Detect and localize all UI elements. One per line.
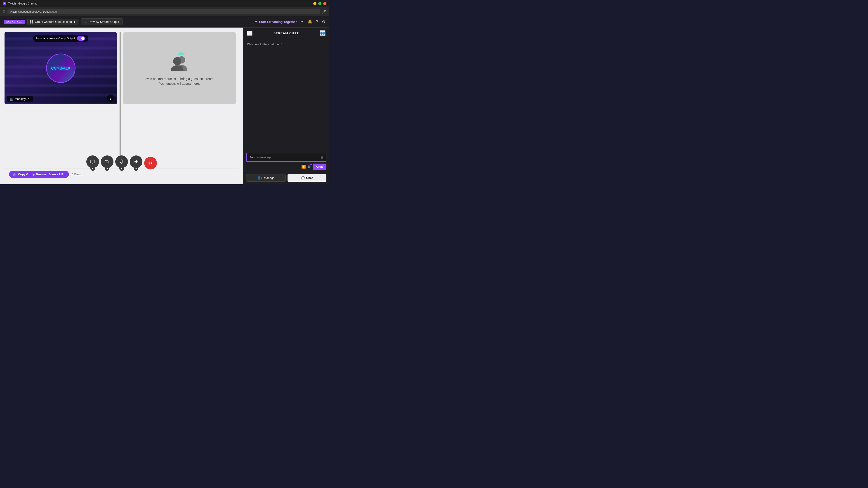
preview-icon: ⊙ — [85, 20, 88, 24]
collapse-chat-button[interactable]: |→ — [247, 31, 252, 36]
svg-marker-10 — [134, 160, 137, 163]
title-bar: T Twitch - Google Chrome — [0, 0, 329, 7]
help-button[interactable]: ? — [316, 20, 318, 24]
include-camera-bar: Include camera in Group Output — [33, 35, 88, 42]
camera-off-icon — [105, 159, 110, 164]
host-video-card: Include camera in Group Output CITYWALK … — [4, 32, 117, 104]
chevron-down-icon: ▼ — [73, 20, 76, 24]
chat-filter-icon[interactable]: 🔽 — [301, 164, 306, 169]
chat-panel: |→ STREAM CHAT 👥 Welcome to the chat roo… — [243, 28, 329, 184]
manage-button[interactable]: 👤+ Manage — [246, 174, 286, 182]
guest-placeholder-icon — [166, 51, 193, 73]
emoji-picker-button[interactable]: ☺ — [320, 155, 324, 160]
settings-button[interactable]: ⚙ — [322, 20, 326, 24]
close-button[interactable] — [323, 2, 327, 5]
twitch-favicon: T — [3, 2, 6, 5]
camera-dropdown[interactable]: ▼ — [105, 166, 110, 171]
svg-rect-9 — [121, 160, 122, 162]
layout-icon — [30, 20, 33, 24]
address-bar: ☰ 🎤 — [0, 7, 329, 16]
host-avatar: CITYWALK — [46, 54, 75, 83]
content-area: Include camera in Group Output CITYWALK … — [0, 28, 329, 184]
preview-label: Preview Stream Output — [89, 20, 119, 24]
include-camera-label: Include camera in Group Output — [36, 37, 75, 40]
manage-users-button[interactable]: 👥 — [320, 30, 326, 36]
welcome-message: Welcome to the chat room! — [247, 42, 326, 46]
svg-rect-3 — [32, 22, 33, 24]
manage-icon: 👤+ — [257, 176, 263, 180]
chat-bottom-buttons: 👤+ Manage 💬 Chat — [243, 172, 329, 184]
include-camera-toggle[interactable] — [77, 36, 85, 41]
twitch-icon: 📺 — [9, 97, 13, 101]
svg-point-6 — [173, 57, 181, 65]
streamer-name: moodjoy071 — [15, 97, 31, 101]
main-panel: Include camera in Group Output CITYWALK … — [0, 28, 243, 184]
volume-dropdown[interactable]: ▼ — [134, 166, 138, 171]
minimize-button[interactable] — [313, 2, 316, 5]
manage-label: Manage — [264, 176, 275, 180]
phone-end-icon — [148, 161, 153, 166]
start-streaming-label: Start Streaming Together — [259, 20, 297, 24]
app-container: BACKSTAGE Group Capture Output: Tiled ▼ … — [0, 16, 329, 184]
start-streaming-button[interactable]: ✦ Start Streaming Together — [254, 20, 297, 24]
chat-settings-icon[interactable]: ⚙ — [308, 164, 311, 169]
stream-chat-title: STREAM CHAT — [255, 31, 317, 35]
end-call-button[interactable] — [144, 157, 157, 169]
end-call-control — [144, 157, 157, 169]
preview-stream-button[interactable]: ⊙ Preview Stream Output — [81, 18, 123, 25]
guest-placeholder-text: Invite or start requests to bring a gues… — [143, 76, 216, 86]
window-title: Twitch - Google Chrome — [8, 2, 37, 5]
screen-icon — [90, 159, 95, 164]
chat-tab-button[interactable]: 💬 Chat — [287, 174, 327, 182]
chat-tab-label: Chat — [306, 176, 313, 180]
bottom-controls: ▼ ▼ — [86, 156, 157, 171]
panel-divider[interactable] — [120, 32, 121, 168]
nav-right: ✦ Start Streaming Together ✦ 🔔 ? ⚙ — [254, 20, 326, 24]
group-capture-label: Group Capture Output: Tiled — [35, 20, 72, 24]
copy-source-label: Copy Group Browser Source URL — [18, 173, 65, 176]
chat-action-bar: 🔽 ⚙ Chat — [246, 164, 327, 170]
copy-source-button[interactable]: 🔗 Copy Group Browser Source URL — [9, 171, 69, 178]
top-nav: BACKSTAGE Group Capture Output: Tiled ▼ … — [0, 16, 329, 28]
notifications-button[interactable]: 🔔 — [307, 20, 312, 24]
svg-rect-7 — [91, 160, 95, 163]
volume-icon — [133, 159, 138, 164]
volume-control: ▼ — [130, 156, 143, 171]
svg-rect-1 — [32, 20, 33, 22]
chat-input-area: ☺ 🔽 ⚙ Chat — [243, 150, 329, 172]
chat-send-button[interactable]: Chat — [313, 164, 327, 170]
settings-notification-badge — [310, 164, 312, 165]
streamer-label: 📺 moodjoy071 — [7, 96, 33, 102]
video-grid: Include camera in Group Output CITYWALK … — [4, 32, 239, 168]
title-bar-left: T Twitch - Google Chrome — [3, 2, 37, 5]
link-icon: 🔗 — [13, 173, 16, 176]
chat-bubble-icon: 💬 — [301, 176, 305, 180]
address-input[interactable] — [7, 9, 320, 14]
screen-share-dropdown[interactable]: ▼ — [90, 166, 95, 171]
mic-icon[interactable]: 🎤 — [322, 9, 327, 14]
mic-icon — [119, 159, 124, 164]
sparkle-icon-button[interactable]: ✦ — [301, 20, 304, 24]
mic-dropdown[interactable]: ▼ — [119, 166, 124, 171]
backstage-badge: BACKSTAGE — [4, 20, 25, 24]
group-capture-button[interactable]: Group Capture Output: Tiled ▼ — [27, 19, 78, 25]
avatar-text: CITYWALK — [51, 66, 70, 71]
maximize-button[interactable] — [318, 2, 321, 5]
chat-message-input[interactable] — [247, 153, 326, 161]
svg-rect-0 — [30, 20, 31, 22]
chat-messages-area: Welcome to the chat room! — [243, 39, 329, 150]
star-icon: ✦ — [254, 20, 258, 24]
group-counter: 0 Group — [72, 173, 82, 176]
screen-share-control: ▼ — [86, 156, 99, 171]
mic-control: ▼ — [115, 156, 128, 171]
svg-rect-2 — [30, 22, 31, 24]
chat-header: |→ STREAM CHAT 👥 — [243, 28, 329, 39]
svg-marker-4 — [177, 52, 185, 55]
chat-input-wrapper: ☺ — [246, 153, 327, 162]
camera-control: ▼ — [101, 156, 114, 171]
browser-menu-icon[interactable]: ☰ — [3, 10, 6, 13]
guest-video-card: Invite or start requests to bring a gues… — [123, 32, 236, 104]
window-controls — [313, 2, 327, 5]
